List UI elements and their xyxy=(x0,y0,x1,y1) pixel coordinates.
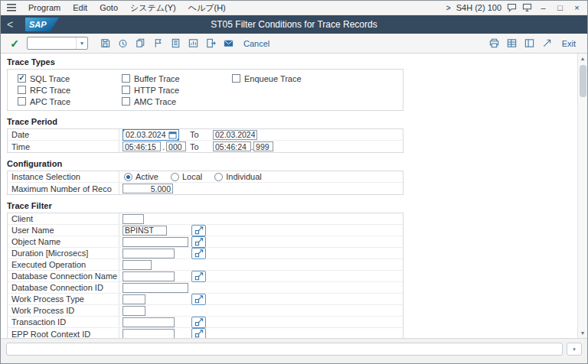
scrollbar-thumb[interactable] xyxy=(580,65,586,97)
multiple-selection-button[interactable] xyxy=(191,236,206,248)
radio-button xyxy=(214,173,223,181)
hamburger-menu-icon[interactable] xyxy=(7,4,16,11)
toolbar-right-group: Exit xyxy=(486,35,581,51)
print-icon[interactable] xyxy=(486,35,502,51)
continue-check-icon[interactable]: ✓ xyxy=(7,37,22,50)
filter-row-duration: Duration [Microsecs] xyxy=(8,248,403,259)
epp-root-context-id-input[interactable] xyxy=(122,329,175,338)
multiple-selection-button[interactable] xyxy=(191,225,206,236)
time-row: Time . To . xyxy=(8,141,403,152)
multiple-selection-button[interactable] xyxy=(191,317,206,328)
scroll-down-icon[interactable]: ▼ xyxy=(578,328,588,338)
title-bar: ST05 Filter Conditions for Trace Records… xyxy=(1,15,587,34)
section-title: Trace Period xyxy=(7,117,403,127)
checkbox-apc-trace[interactable]: ✓ APC Trace xyxy=(18,97,122,106)
table-icon[interactable] xyxy=(504,35,520,51)
section-title: Trace Types xyxy=(7,57,403,67)
radio-active[interactable]: Active xyxy=(124,172,158,181)
clock-icon[interactable] xyxy=(115,35,131,51)
checkbox-box: ✓ xyxy=(122,74,130,83)
duration-input[interactable] xyxy=(122,249,175,258)
filter-row-client: Client xyxy=(8,213,403,225)
instance-selection-label: Instance Selection xyxy=(8,171,119,182)
time-from-ms-input[interactable] xyxy=(166,141,186,151)
menu-goto[interactable]: Goto xyxy=(93,1,124,15)
field-label: Database Connection ID xyxy=(8,282,119,293)
chevron-right-icon[interactable]: > xyxy=(446,4,451,12)
save-icon[interactable] xyxy=(97,35,113,51)
checkbox-buffer-trace[interactable]: ✓ Buffer Trace xyxy=(122,74,232,83)
transaction-id-input[interactable] xyxy=(122,317,175,327)
scroll-up-icon[interactable]: ▲ xyxy=(578,54,588,63)
maximize-icon[interactable]: □ xyxy=(554,2,566,15)
menu-help[interactable]: ヘルプ(H) xyxy=(182,1,232,15)
field-label: Executed Operation xyxy=(8,259,119,270)
calendar-icon[interactable] xyxy=(168,131,177,139)
cancel-button[interactable]: Cancel xyxy=(243,39,270,48)
max-records-row: Maximum Number of Reco xyxy=(8,183,403,194)
flag-icon[interactable] xyxy=(150,35,166,51)
checkbox-amc-trace[interactable]: ✓ AMC Trace xyxy=(122,97,232,106)
filter-row-db-connection-id: Database Connection ID xyxy=(8,282,403,294)
exit-button[interactable]: Exit xyxy=(562,39,576,48)
filter-row-db-connection-name: Database Connection Name xyxy=(8,271,403,282)
work-process-type-input[interactable] xyxy=(122,294,145,304)
executed-operation-input[interactable] xyxy=(122,260,152,270)
mail-icon[interactable] xyxy=(220,35,237,51)
radio-local[interactable]: Local xyxy=(171,172,202,181)
menu-program[interactable]: Program xyxy=(22,1,67,15)
layout-icon[interactable] xyxy=(521,35,537,51)
field-label: Database Connection Name xyxy=(8,271,119,281)
menu-bar-right: > S4H (2) 100 – □ × xyxy=(446,2,583,15)
multiple-selection-button[interactable] xyxy=(191,271,206,282)
date-from-input[interactable]: 02.03.2024 xyxy=(122,129,179,141)
checkbox-box: ✓ xyxy=(122,97,130,106)
radio-individual[interactable]: Individual xyxy=(214,172,261,181)
checkbox-enqueue-trace[interactable]: ✓ Enqueue Trace xyxy=(232,74,302,83)
copy-icon[interactable] xyxy=(132,35,149,51)
close-icon[interactable]: × xyxy=(571,2,583,15)
shortcut-icon[interactable] xyxy=(539,35,555,51)
time-to-ms-input[interactable] xyxy=(253,141,273,151)
field-label: EPP Root Context ID xyxy=(8,328,119,338)
command-input[interactable] xyxy=(28,38,76,48)
user-name-input[interactable] xyxy=(122,226,167,236)
date-to-input[interactable] xyxy=(213,130,257,140)
list-icon[interactable] xyxy=(168,35,184,51)
monitor-icon[interactable] xyxy=(522,3,532,12)
max-records-input[interactable] xyxy=(122,184,173,193)
checkbox-label: HTTP Trace xyxy=(134,86,179,95)
object-name-input[interactable] xyxy=(122,237,188,247)
trace-types-box: ✓ SQL Trace ✓ Buffer Trace ✓ Enqueue Tra… xyxy=(7,69,403,111)
max-records-label: Maximum Number of Reco xyxy=(8,183,119,194)
minimize-icon[interactable]: – xyxy=(537,2,549,15)
db-connection-name-input[interactable] xyxy=(122,271,175,281)
command-dropdown-icon[interactable]: ▼ xyxy=(76,37,87,49)
status-history-icon[interactable]: ▾ xyxy=(567,343,582,356)
menu-system[interactable]: システム(Y) xyxy=(124,1,182,15)
back-chevron-icon[interactable]: < xyxy=(7,19,19,30)
main-content: Trace Types ✓ SQL Trace ✓ Buffer Trace ✓… xyxy=(1,54,577,338)
checkbox-label: Buffer Trace xyxy=(134,74,180,83)
multiple-selection-button[interactable] xyxy=(191,248,206,259)
filter-row-object-name: Object Name xyxy=(8,236,403,248)
checkbox-rfc-trace[interactable]: ✓ RFC Trace xyxy=(18,86,122,95)
time-from-input[interactable] xyxy=(122,141,161,151)
menu-edit[interactable]: Edit xyxy=(67,1,93,15)
multiple-selection-button[interactable] xyxy=(191,328,206,338)
checkbox-label: AMC Trace xyxy=(134,97,176,106)
export-icon[interactable] xyxy=(203,35,219,51)
work-process-id-input[interactable] xyxy=(122,306,145,316)
time-to-input[interactable] xyxy=(213,141,251,151)
checkbox-sql-trace[interactable]: ✓ SQL Trace xyxy=(18,74,122,83)
section-title: Trace Filter xyxy=(7,201,403,211)
chat-icon[interactable] xyxy=(507,3,517,12)
db-connection-id-input[interactable] xyxy=(122,283,188,293)
multiple-selection-button[interactable] xyxy=(191,294,206,305)
client-input[interactable] xyxy=(122,214,144,224)
chart-icon[interactable] xyxy=(185,35,201,51)
check-icon: ✓ xyxy=(18,74,24,82)
vertical-scrollbar[interactable]: ▲ ▼ xyxy=(577,54,587,338)
checkbox-http-trace[interactable]: ✓ HTTP Trace xyxy=(122,86,232,95)
menu-bar: Program Edit Goto システム(Y) ヘルプ(H) > S4H (… xyxy=(1,1,587,15)
